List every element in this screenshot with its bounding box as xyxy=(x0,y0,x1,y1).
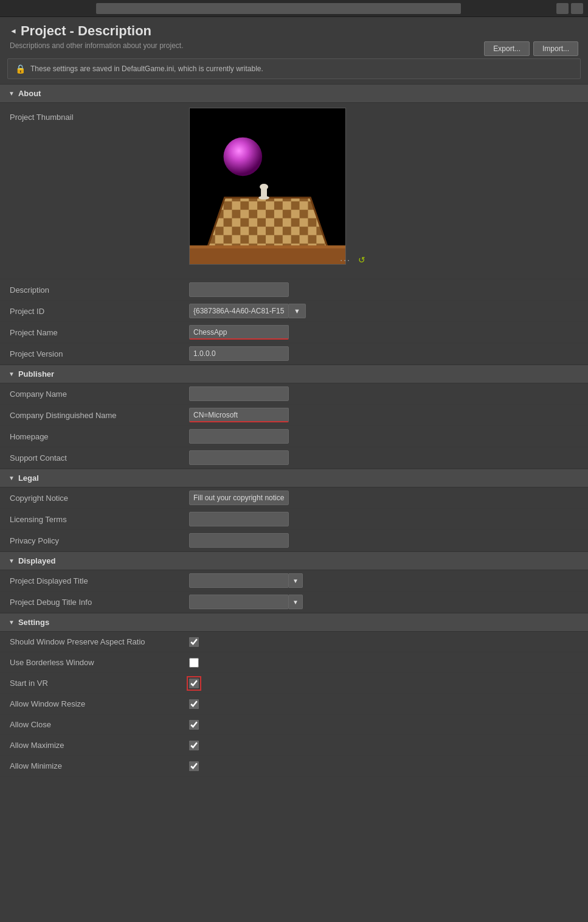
lock-icon: 🔒 xyxy=(15,64,26,74)
allow-maximize-label: Allow Maximize xyxy=(10,741,189,750)
copyright-label: Copyright Notice xyxy=(10,494,189,503)
displayed-section-header[interactable]: ▼ Displayed xyxy=(0,551,588,570)
support-row: Support Contact xyxy=(0,447,588,469)
description-input[interactable] xyxy=(189,282,289,297)
svg-rect-11 xyxy=(190,247,345,264)
chess-scene-svg xyxy=(190,108,345,265)
support-input[interactable] xyxy=(189,450,289,465)
copyright-input[interactable] xyxy=(189,491,289,505)
about-arrow-icon: ▼ xyxy=(9,90,15,97)
project-version-label: Project Version xyxy=(10,349,189,358)
debug-title-dropdown-button[interactable]: ▼ xyxy=(289,595,303,609)
aspect-ratio-row: Should Window Preserve Aspect Ratio xyxy=(0,632,588,652)
privacy-label: Privacy Policy xyxy=(10,536,189,545)
settings-section-header[interactable]: ▼ Settings xyxy=(0,613,588,632)
displayed-title-row: Project Displayed Title ▼ xyxy=(0,570,588,592)
svg-point-9 xyxy=(260,184,268,190)
about-section: ▼ About Project Thumbnail xyxy=(0,84,588,365)
support-label: Support Contact xyxy=(10,453,189,463)
aspect-ratio-label: Should Window Preserve Aspect Ratio xyxy=(10,637,189,646)
company-dn-input[interactable] xyxy=(189,408,289,422)
legal-section-header[interactable]: ▼ Legal xyxy=(0,469,588,487)
displayed-arrow-icon: ▼ xyxy=(9,557,15,564)
legal-arrow-icon: ▼ xyxy=(9,475,15,481)
svg-point-1 xyxy=(224,138,263,176)
settings-arrow-icon: ▼ xyxy=(9,619,15,626)
allow-resize-label: Allow Window Resize xyxy=(10,699,189,708)
company-dn-label: Company Distinguished Name xyxy=(10,411,189,420)
company-name-input[interactable] xyxy=(189,386,289,401)
privacy-row: Privacy Policy xyxy=(0,530,588,551)
licensing-row: Licensing Terms xyxy=(0,509,588,530)
thumbnail-container: ··· ↺ xyxy=(189,108,346,265)
company-name-label: Company Name xyxy=(10,389,189,399)
allow-minimize-checkbox[interactable] xyxy=(189,761,199,771)
project-id-dropdown-button[interactable]: ▼ xyxy=(289,304,306,318)
thumbnail-more-icon[interactable]: ··· xyxy=(340,255,351,265)
project-name-input[interactable] xyxy=(189,325,289,340)
start-vr-row: Start in VR xyxy=(0,673,588,694)
debug-title-input[interactable] xyxy=(189,595,289,609)
description-label: Description xyxy=(10,285,189,295)
publisher-arrow-icon: ▼ xyxy=(9,371,15,377)
homepage-row: Homepage xyxy=(0,426,588,447)
svg-point-10 xyxy=(258,196,269,200)
displayed-section: ▼ Displayed Project Displayed Title ▼ Pr… xyxy=(0,551,588,613)
borderless-checkbox[interactable] xyxy=(189,658,199,668)
start-vr-label: Start in VR xyxy=(10,679,189,688)
info-bar: 🔒 These settings are saved in DefaultGam… xyxy=(7,58,581,79)
allow-close-checkbox[interactable] xyxy=(189,720,199,730)
allow-minimize-label: Allow Minimize xyxy=(10,761,189,770)
about-section-header[interactable]: ▼ About xyxy=(0,84,588,103)
title-arrow-icon: ◄ xyxy=(10,27,17,35)
import-button[interactable]: Import... xyxy=(533,41,578,56)
allow-maximize-row: Allow Maximize xyxy=(0,735,588,756)
copyright-row: Copyright Notice xyxy=(0,487,588,509)
displayed-title-input[interactable] xyxy=(189,573,289,588)
settings-section: ▼ Settings Should Window Preserve Aspect… xyxy=(0,613,588,777)
privacy-input[interactable] xyxy=(189,533,289,548)
project-name-row: Project Name xyxy=(0,322,588,343)
allow-resize-row: Allow Window Resize xyxy=(0,694,588,714)
company-dn-row: Company Distinguished Name xyxy=(0,405,588,426)
allow-resize-checkbox[interactable] xyxy=(189,699,199,709)
company-name-row: Company Name xyxy=(0,383,588,405)
start-vr-checkbox[interactable] xyxy=(189,679,199,688)
allow-close-label: Allow Close xyxy=(10,720,189,729)
homepage-label: Homepage xyxy=(10,432,189,441)
page-title: ◄ Project - Description xyxy=(10,23,578,39)
publisher-section: ▼ Publisher Company Name Company Disting… xyxy=(0,365,588,469)
svg-rect-12 xyxy=(190,245,345,248)
legal-section: ▼ Legal Copyright Notice Licensing Terms… xyxy=(0,469,588,551)
project-id-label: Project ID xyxy=(10,307,189,316)
debug-title-label: Project Debug Title Info xyxy=(10,598,189,607)
description-row: Description xyxy=(0,279,588,301)
project-id-input[interactable] xyxy=(189,304,289,318)
allow-minimize-row: Allow Minimize xyxy=(0,756,588,777)
displayed-title-dropdown-button[interactable]: ▼ xyxy=(289,573,303,588)
licensing-input[interactable] xyxy=(189,512,289,526)
allow-close-row: Allow Close xyxy=(0,714,588,735)
thumbnail-refresh-icon[interactable]: ↺ xyxy=(358,255,365,265)
thumbnail-image[interactable] xyxy=(189,108,346,265)
thumbnail-label: Project Thumbnail xyxy=(10,108,189,122)
project-version-row: Project Version xyxy=(0,343,588,365)
displayed-title-label: Project Displayed Title xyxy=(10,576,189,585)
aspect-ratio-checkbox[interactable] xyxy=(189,637,199,647)
homepage-input[interactable] xyxy=(189,429,289,444)
project-name-label: Project Name xyxy=(10,328,189,337)
borderless-row: Use Borderless Window xyxy=(0,652,588,673)
debug-title-row: Project Debug Title Info ▼ xyxy=(0,592,588,613)
project-id-row: Project ID ▼ xyxy=(0,301,588,322)
licensing-label: Licensing Terms xyxy=(10,515,189,524)
project-version-input[interactable] xyxy=(189,346,289,361)
export-button[interactable]: Export... xyxy=(484,41,530,56)
borderless-label: Use Borderless Window xyxy=(10,658,189,667)
allow-maximize-checkbox[interactable] xyxy=(189,741,199,750)
thumbnail-row: Project Thumbnail xyxy=(0,103,588,279)
publisher-section-header[interactable]: ▼ Publisher xyxy=(0,365,588,383)
